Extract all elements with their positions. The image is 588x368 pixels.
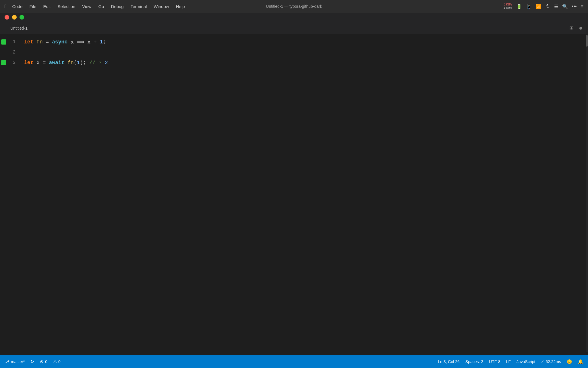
smiley-icon[interactable]: 🙂 — [567, 359, 572, 364]
token-num-1: 1 — [100, 39, 103, 45]
timing-label: ✓ 62.22ms — [541, 359, 561, 364]
errors-item[interactable]: ⊗ 0 — [40, 359, 47, 364]
error-icon: ⊗ — [40, 359, 44, 364]
language-label: JavaScript — [517, 359, 535, 364]
language-item[interactable]: JavaScript — [517, 359, 535, 364]
menu-view[interactable]: View — [79, 3, 94, 9]
menu-terminal[interactable]: Terminal — [128, 3, 150, 9]
wifi-icon: 📶 — [536, 4, 541, 9]
spaces-label: Spaces: 2 — [465, 359, 483, 364]
error-count: 0 — [45, 359, 47, 364]
menu-file[interactable]: File — [26, 3, 39, 9]
tab-group: Untitled-1 — [6, 22, 32, 34]
gutter-row-1: 1 — [0, 37, 17, 47]
bell-icon[interactable]: 🔔 — [578, 359, 583, 364]
no-breakpoint-2 — [1, 50, 6, 55]
token-await: await — [49, 60, 64, 66]
token-eq-1: = — [43, 39, 52, 45]
token-fn-call: fn — [64, 60, 74, 66]
tab-toolbar-icons: ⊞ — [569, 25, 582, 31]
token-async: async — [52, 39, 67, 45]
token-let-1: let — [24, 39, 33, 45]
warning-icon: ⚠ — [53, 359, 57, 364]
git-icon: ⎇ — [5, 359, 9, 364]
network-speed: 5 KB/s 4 KB/s — [504, 3, 512, 10]
breakpoint-3[interactable] — [1, 60, 6, 65]
maximize-button[interactable] — [20, 15, 24, 20]
menubar:  Code File Edit Selection View Go Debug… — [0, 0, 588, 13]
sync-icon: ↻ — [30, 359, 34, 364]
code-editor[interactable]: let fn = async x ⟹ x + 1 ; let x = await… — [17, 34, 588, 352]
split-editor-icon[interactable]: ⊞ — [569, 25, 574, 31]
editor-area: 1 2 3 let fn = async x ⟹ x + 1 ; let — [0, 34, 588, 352]
menu-help[interactable]: Help — [173, 3, 188, 9]
menu-right-icons: 5 KB/s 4 KB/s 🔋 📱 📶 ⏱ ☰ 🔍 ••• ≡ — [504, 3, 583, 10]
control-center-icon: ☰ — [554, 4, 558, 9]
code-line-1: let fn = async x ⟹ x + 1 ; — [24, 37, 588, 47]
gutter-row-2: 2 — [0, 47, 17, 57]
line-number-3: 3 — [8, 60, 16, 65]
upload-speed: 5 KB/s — [504, 3, 512, 6]
token-x: x = — [33, 60, 49, 66]
editor-scrollbar[interactable] — [586, 34, 588, 352]
token-comment: // ? — [89, 60, 105, 66]
traffic-lights-bar — [0, 13, 588, 22]
warning-count: 0 — [58, 359, 61, 364]
menu-go[interactable]: Go — [95, 3, 107, 9]
more-icon: ••• — [572, 4, 577, 9]
minimize-button[interactable] — [12, 15, 17, 20]
token-let-3: let — [24, 60, 33, 66]
gutter-row-3: 3 — [0, 57, 17, 68]
status-bar: ⎇ master* ↻ ⊗ 0 ⚠ 0 Ln 3, Col 26 Spaces:… — [0, 355, 588, 368]
menu-debug[interactable]: Debug — [108, 3, 126, 9]
eol-item[interactable]: LF — [506, 359, 511, 364]
code-line-2 — [24, 47, 588, 57]
menu-edit[interactable]: Edit — [40, 3, 54, 9]
timing-item[interactable]: ✓ 62.22ms — [541, 359, 561, 364]
battery-icon: 🔋 — [516, 4, 522, 9]
status-dot — [579, 27, 582, 30]
code-line-3: let x = await fn ( 1 ); // ? 2 — [24, 57, 588, 68]
position-label: Ln 3, Col 26 — [438, 359, 460, 364]
token-arrow: x ⟹ x + — [67, 39, 100, 45]
token-space-3 — [86, 60, 89, 66]
menu-window[interactable]: Window — [151, 3, 172, 9]
menu-extras-icon: ≡ — [581, 4, 583, 9]
spaces-item[interactable]: Spaces: 2 — [465, 359, 483, 364]
download-speed: 4 KB/s — [504, 6, 512, 10]
token-paren-close: ); — [80, 60, 86, 66]
token-fn: fn — [33, 39, 42, 45]
line-gutter: 1 2 3 — [0, 34, 17, 352]
eol-label: LF — [506, 359, 511, 364]
time-machine-icon: ⏱ — [546, 4, 550, 9]
token-semi-1: ; — [103, 39, 106, 45]
sync-button[interactable]: ↻ — [30, 359, 34, 364]
breakpoint-1[interactable] — [1, 39, 6, 45]
phone-icon: 📱 — [526, 4, 532, 9]
warnings-item[interactable]: ⚠ 0 — [53, 359, 61, 364]
apple-menu[interactable]:  — [5, 3, 7, 9]
line-number-1: 1 — [8, 39, 16, 45]
menu-code[interactable]: Code — [9, 3, 26, 9]
encoding-label: UTF-8 — [489, 359, 500, 364]
active-tab[interactable]: Untitled-1 — [6, 22, 32, 34]
cursor-position[interactable]: Ln 3, Col 26 — [438, 359, 460, 364]
scrollbar-thumb[interactable] — [586, 35, 588, 47]
finder-icon: 🔍 — [562, 4, 568, 9]
window-title: Untitled-1 — typora-github-dark — [266, 4, 322, 9]
token-inferred: 2 — [105, 60, 108, 66]
tab-bar: Untitled-1 ⊞ — [0, 22, 588, 34]
encoding-item[interactable]: UTF-8 — [489, 359, 500, 364]
branch-name: master* — [11, 359, 25, 364]
close-button[interactable] — [5, 15, 9, 20]
token-num-3: 1 — [77, 60, 80, 66]
menu-selection[interactable]: Selection — [55, 3, 78, 9]
line-number-2: 2 — [8, 50, 16, 55]
token-paren-open: ( — [74, 60, 77, 66]
git-branch[interactable]: ⎇ master* — [5, 359, 25, 364]
